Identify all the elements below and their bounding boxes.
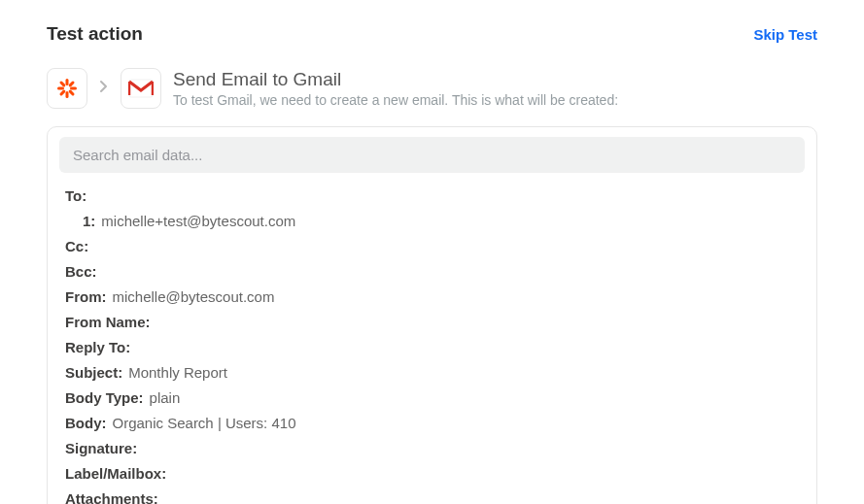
gmail-logo-icon [128,79,154,98]
attachments-label: Attachments: [65,487,158,504]
zapier-icon [47,68,87,109]
page-header: Test action Skip Test [47,23,817,45]
svg-rect-2 [57,87,64,90]
signature-field: Signature: [65,437,799,460]
zapier-logo-icon [55,77,79,100]
action-text: Send Email to Gmail To test Gmail, we ne… [173,69,618,108]
svg-rect-4 [68,81,75,87]
body-value: Organic Search | Users: 410 [113,412,296,435]
data-panel: To: 1: michelle+test@bytescout.com Cc: B… [47,126,817,504]
from-name-field: From Name: [65,311,799,334]
svg-rect-6 [59,81,66,87]
svg-rect-1 [66,91,69,98]
reply-to-field: Reply To: [65,336,799,359]
label-mailbox-field: Label/Mailbox: [65,462,799,486]
label-mailbox-label: Label/Mailbox: [65,462,166,486]
body-label: Body: [65,412,107,435]
subject-value: Monthly Report [128,361,227,385]
action-title: Send Email to Gmail [173,69,618,90]
svg-rect-3 [70,87,77,90]
search-input[interactable] [59,137,805,173]
page-title: Test action [47,23,143,45]
to-value-row: 1: michelle+test@bytescout.com [65,210,799,233]
bcc-field: Bcc: [65,260,799,284]
gmail-icon [121,68,161,109]
signature-label: Signature: [65,437,137,460]
to-field: To: [65,185,799,208]
svg-rect-5 [59,89,66,96]
to-index: 1: [83,210,95,233]
subject-field: Subject: Monthly Report [65,361,799,385]
svg-rect-7 [68,89,75,96]
from-name-label: From Name: [65,311,151,334]
body-type-field: Body Type: plain [65,386,799,410]
from-field: From: michelle@bytescout.com [65,286,799,309]
svg-rect-0 [66,79,69,85]
svg-rect-8 [129,80,153,97]
skip-test-button[interactable]: Skip Test [753,26,817,43]
body-type-value: plain [150,386,181,410]
to-label: To: [65,185,86,208]
to-value: michelle+test@bytescout.com [101,210,295,233]
chevron-right-icon [99,80,109,97]
subject-label: Subject: [65,361,122,385]
body-field: Body: Organic Search | Users: 410 [65,412,799,435]
attachments-field: Attachments: [65,487,799,504]
bcc-label: Bcc: [65,260,97,284]
cc-label: Cc: [65,235,88,258]
action-subtitle: To test Gmail, we need to create a new e… [173,92,618,108]
reply-to-label: Reply To: [65,336,130,359]
body-type-label: Body Type: [65,386,144,410]
action-header: Send Email to Gmail To test Gmail, we ne… [47,68,817,109]
from-label: From: [65,286,107,309]
cc-field: Cc: [65,235,799,258]
from-value: michelle@bytescout.com [113,286,275,309]
data-list: To: 1: michelle+test@bytescout.com Cc: B… [59,185,805,504]
